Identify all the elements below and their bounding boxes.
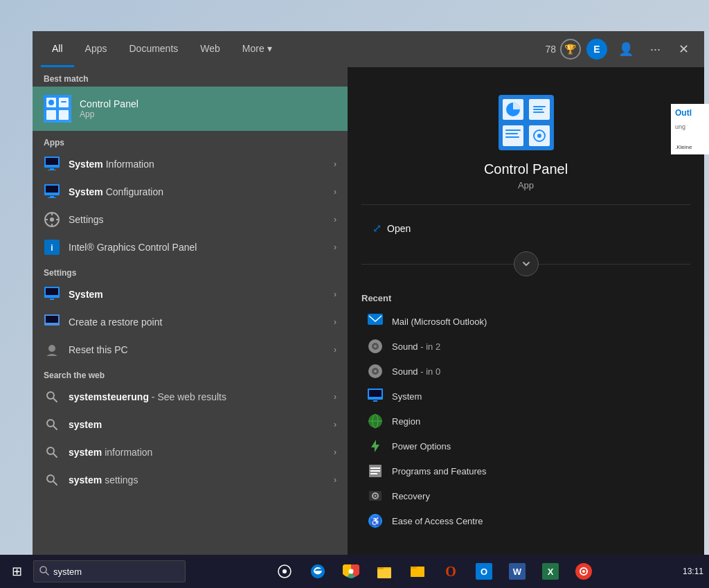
- snagit-icon[interactable]: [568, 556, 599, 587]
- close-button[interactable]: ✕: [672, 39, 696, 60]
- system-settings-icon: [44, 286, 60, 303]
- recent-item-sound-2[interactable]: Sound - in 0: [361, 359, 690, 384]
- svg-rect-67: [370, 470, 380, 472]
- web-sysinfo-arrow: ›: [334, 447, 336, 457]
- list-item-web-steuerung[interactable]: systemsteuerung - See web results ›: [33, 383, 348, 411]
- reset-pc-arrow: ›: [334, 345, 336, 355]
- recent-item-programs[interactable]: Programs and Features: [361, 458, 690, 483]
- svg-point-77: [282, 569, 287, 573]
- feedback-icon[interactable]: 👤: [613, 39, 639, 60]
- svg-text:♿: ♿: [370, 515, 382, 527]
- power-icon: [367, 438, 384, 454]
- reset-pc-text: Reset this PC: [69, 344, 325, 355]
- best-match-item[interactable]: Control Panel App: [33, 87, 348, 131]
- restore-icon: [44, 314, 60, 330]
- web-sysinfo-text: system information: [69, 447, 325, 458]
- recent-programs-text: Programs and Features: [392, 466, 487, 476]
- tab-more[interactable]: More ▾: [231, 31, 283, 67]
- web-search-icon-1: [44, 389, 60, 405]
- list-item-system-config[interactable]: System Configuration ›: [33, 178, 348, 206]
- excel-icon[interactable]: X: [535, 556, 566, 587]
- left-panel: Best match Control Panel App: [33, 67, 348, 555]
- taskbar-search-box[interactable]: [33, 560, 186, 582]
- avatar[interactable]: E: [586, 39, 607, 60]
- more-options-icon[interactable]: ···: [645, 39, 666, 60]
- list-item-restore[interactable]: Create a restore point ›: [33, 308, 348, 336]
- best-match-label: Best match: [33, 67, 348, 87]
- search-body: Best match Control Panel App: [33, 67, 704, 555]
- search-window: All Apps Documents Web More ▾ 78 🏆 E 👤 ·…: [33, 31, 704, 555]
- svg-rect-8: [46, 158, 58, 165]
- settings-text: Settings: [69, 214, 325, 225]
- list-item-system-settings[interactable]: System ›: [33, 280, 348, 308]
- recent-item-sound-1[interactable]: Sound - in 2: [361, 334, 690, 359]
- svg-rect-4: [59, 110, 69, 120]
- divider-line-left: [361, 264, 514, 265]
- recent-label: Recent: [361, 293, 690, 303]
- folder-icon[interactable]: [402, 556, 433, 587]
- list-item-web-system[interactable]: system ›: [33, 411, 348, 438]
- list-item-system-info[interactable]: System Information ›: [33, 150, 348, 178]
- svg-point-57: [374, 370, 377, 373]
- svg-rect-19: [45, 219, 48, 220]
- list-item-reset-pc[interactable]: Reset this PC ›: [33, 336, 348, 364]
- web-system-text: system: [69, 419, 325, 430]
- tab-documents[interactable]: Documents: [118, 31, 189, 67]
- file-explorer-icon[interactable]: [369, 556, 400, 587]
- settings-arrow: ›: [334, 215, 336, 224]
- svg-line-34: [53, 454, 57, 457]
- tabs-bar: All Apps Documents Web More ▾ 78 🏆 E 👤 ·…: [33, 31, 704, 67]
- recent-item-power[interactable]: Power Options: [361, 434, 690, 458]
- recent-system-text: System: [392, 391, 422, 402]
- svg-line-75: [46, 572, 48, 575]
- recovery-icon: [367, 488, 384, 504]
- svg-point-80: [348, 569, 353, 574]
- outlook-partial: Outl ung .Kleine: [671, 104, 709, 154]
- edge-icon[interactable]: [303, 556, 333, 587]
- svg-point-28: [48, 345, 55, 352]
- list-item-web-sysinfo[interactable]: system information ›: [33, 438, 348, 466]
- outlook-icon[interactable]: O: [469, 556, 499, 587]
- recent-item-recovery[interactable]: Recovery: [361, 483, 690, 508]
- svg-rect-46: [505, 130, 521, 131]
- system-config-icon: [44, 184, 60, 200]
- list-item-settings[interactable]: Settings ›: [33, 206, 348, 233]
- svg-text:i: i: [51, 243, 53, 253]
- svg-rect-6: [61, 101, 66, 103]
- open-button[interactable]: ⤢ Open: [361, 216, 690, 240]
- chrome-icon[interactable]: [336, 556, 366, 587]
- recent-item-ease[interactable]: ♿ Ease of Access Centre: [361, 508, 690, 533]
- svg-point-93: [582, 570, 585, 573]
- right-panel: Control Panel App ⤢ Open Recent: [348, 67, 704, 555]
- programs-icon: [367, 463, 384, 479]
- tabs-right: 78 🏆 E 👤 ··· ✕: [545, 39, 696, 60]
- list-item-web-syssettings[interactable]: system settings ›: [33, 466, 348, 494]
- recent-sound1-text: Sound - in 2: [392, 341, 440, 352]
- system-settings-text: System: [69, 289, 325, 300]
- tab-web[interactable]: Web: [189, 31, 231, 67]
- restore-arrow: ›: [334, 317, 336, 327]
- web-section-label: Search the web: [33, 364, 348, 383]
- recent-item-mail[interactable]: Mail (Microsoft Outlook): [361, 309, 690, 334]
- tab-all[interactable]: All: [41, 31, 74, 67]
- mail-icon: [367, 313, 384, 330]
- task-view-icon[interactable]: [269, 556, 300, 587]
- apps-section-label: Apps: [33, 131, 348, 150]
- office-icon[interactable]: O: [436, 556, 466, 587]
- app-name-large: Control Panel: [484, 161, 568, 177]
- word-icon[interactable]: W: [502, 556, 532, 587]
- recent-ease-text: Ease of Access Centre: [392, 516, 483, 526]
- taskbar-search-input[interactable]: [53, 567, 157, 577]
- system-settings-arrow: ›: [334, 289, 336, 299]
- list-item-intel-graphics[interactable]: i Intel® Graphics Control Panel ›: [33, 233, 348, 261]
- recent-item-region[interactable]: Region: [361, 409, 690, 434]
- taskbar-search-icon: [39, 566, 49, 578]
- divider-line-right: [539, 264, 691, 265]
- expand-button[interactable]: [514, 251, 539, 276]
- restore-text: Create a restore point: [69, 317, 325, 328]
- web-steuerung-text: systemsteuerung - See web results: [69, 391, 325, 402]
- recent-item-system[interactable]: System: [361, 384, 690, 409]
- tab-apps[interactable]: Apps: [74, 31, 118, 67]
- recent-recovery-text: Recovery: [392, 491, 430, 501]
- start-button[interactable]: ⊞: [0, 555, 33, 588]
